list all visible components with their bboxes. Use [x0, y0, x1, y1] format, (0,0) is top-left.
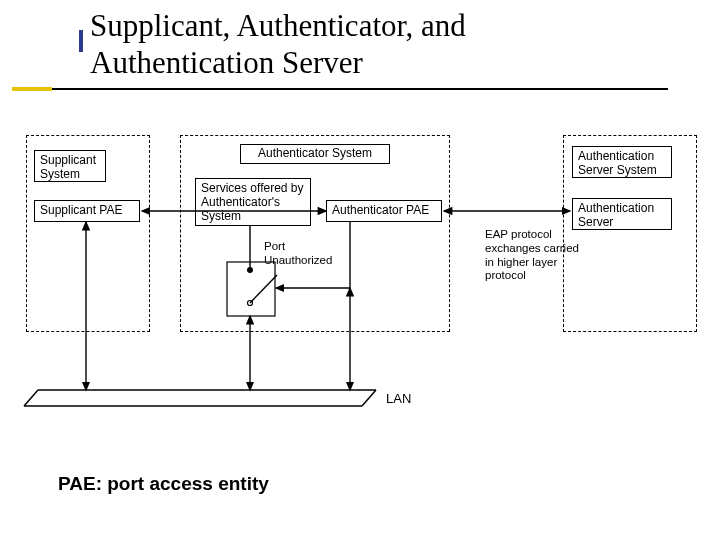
authenticator-system-box: [180, 135, 450, 332]
title-blue-tick: [79, 30, 83, 52]
slide-title-block: Supplicant, Authenticator, and Authentic…: [90, 8, 650, 81]
port-unauthorized-text: Port Unauthorized: [264, 240, 332, 266]
auth-server-system-label: Authentication Server System: [572, 146, 672, 178]
authenticator-system-label-text: Authenticator System: [258, 147, 372, 161]
auth-server-text: Authentication Server: [578, 202, 666, 230]
title-underline: [28, 88, 668, 90]
svg-line-3: [362, 390, 376, 406]
caption: PAE: port access entity: [58, 473, 269, 495]
supplicant-system-label-text: Supplicant System: [40, 154, 100, 182]
lan-label: LAN: [386, 391, 411, 407]
lan-label-text: LAN: [386, 391, 411, 406]
supplicant-pae-text: Supplicant PAE: [40, 204, 123, 218]
services-box-text: Services offered by Authenticator's Syst…: [201, 182, 305, 223]
authenticator-pae-text: Authenticator PAE: [332, 204, 429, 218]
auth-server-system-label-text: Authentication Server System: [578, 150, 666, 178]
svg-line-2: [24, 390, 38, 406]
authenticator-system-label: Authenticator System: [240, 144, 390, 164]
eap-note-text: EAP protocol exchanges carried in higher…: [485, 228, 579, 281]
port-unauthorized-label: Port Unauthorized: [264, 240, 344, 268]
eap-note: EAP protocol exchanges carried in higher…: [485, 228, 585, 283]
services-box: Services offered by Authenticator's Syst…: [195, 178, 311, 226]
caption-text: PAE: port access entity: [58, 473, 269, 494]
supplicant-pae-box: Supplicant PAE: [34, 200, 140, 222]
supplicant-system-label: Supplicant System: [34, 150, 106, 182]
title-yellow-tick: [12, 87, 52, 91]
auth-server-box: Authentication Server: [572, 198, 672, 230]
authenticator-pae-box: Authenticator PAE: [326, 200, 442, 222]
slide-title: Supplicant, Authenticator, and Authentic…: [90, 8, 650, 81]
